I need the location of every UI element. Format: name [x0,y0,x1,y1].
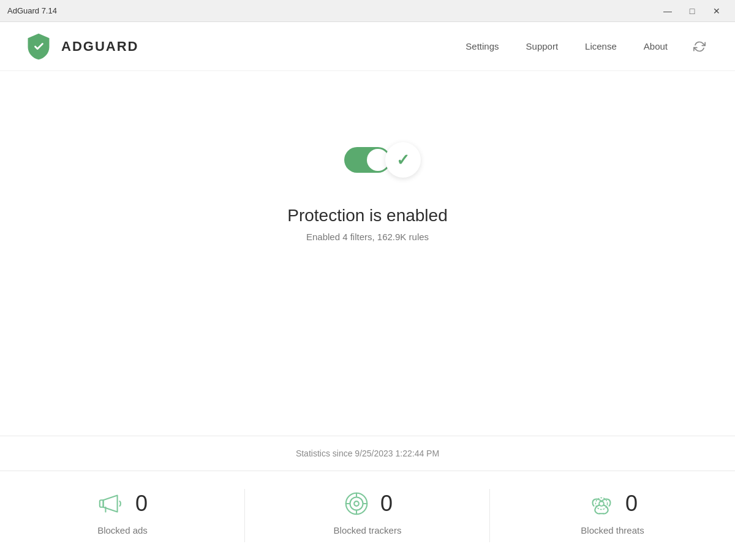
megaphone-icon [97,490,126,518]
close-button[interactable]: ✕ [706,2,728,20]
app-header: ADGUARD Settings Support License About [0,22,735,71]
ads-count: 0 [135,491,148,516]
stats-section: Statistics since 9/25/2023 1:22:44 PM 0 … [0,436,735,560]
protection-subtitle: Enabled 4 filters, 162.9K rules [306,232,429,242]
svg-point-2 [354,501,359,506]
stat-threats-row: 0 [587,490,638,518]
maximize-button[interactable]: □ [681,2,703,20]
ads-label: Blocked ads [97,525,148,535]
stats-grid: 0 Blocked ads 0 Blocked trackers [0,471,735,560]
stat-blocked-trackers: 0 Blocked trackers [245,471,490,560]
threats-count: 0 [625,491,638,516]
license-nav[interactable]: License [574,37,628,55]
main-content: ✓ Protection is enabled Enabled 4 filter… [0,71,735,242]
toggle-area: ✓ [328,132,407,187]
stat-ads-row: 0 [97,490,148,518]
protection-toggle-wrapper[interactable]: ✓ [328,132,407,187]
settings-nav[interactable]: Settings [454,37,510,55]
trackers-count: 0 [380,491,393,516]
about-nav[interactable]: About [633,37,679,55]
protection-toggle[interactable] [344,147,391,173]
protection-title: Protection is enabled [287,206,448,225]
stat-trackers-row: 0 [342,490,393,518]
app-title: AdGuard 7.14 [7,6,57,15]
svg-point-1 [350,497,363,510]
target-icon [342,490,371,518]
toggle-check-circle: ✓ [385,142,421,178]
biohazard-icon [587,490,616,518]
refresh-button[interactable] [688,36,710,58]
minimize-button[interactable]: — [657,2,679,20]
logo-area: ADGUARD [24,32,138,61]
adguard-logo-icon [24,32,53,61]
trackers-label: Blocked trackers [334,525,402,535]
title-bar: AdGuard 7.14 — □ ✕ [0,0,735,22]
logo-text: ADGUARD [61,39,138,55]
window-controls: — □ ✕ [657,2,728,20]
stats-since-label: Statistics since 9/25/2023 1:22:44 PM [296,448,439,458]
threats-label: Blocked threats [581,525,644,535]
stat-blocked-threats: 0 Blocked threats [490,471,735,560]
refresh-icon [693,40,706,53]
nav-area: Settings Support License About [454,36,710,58]
check-icon: ✓ [396,152,410,168]
stat-blocked-ads: 0 Blocked ads [0,471,245,560]
support-nav[interactable]: Support [515,37,570,55]
stats-header: Statistics since 9/25/2023 1:22:44 PM [0,436,735,471]
